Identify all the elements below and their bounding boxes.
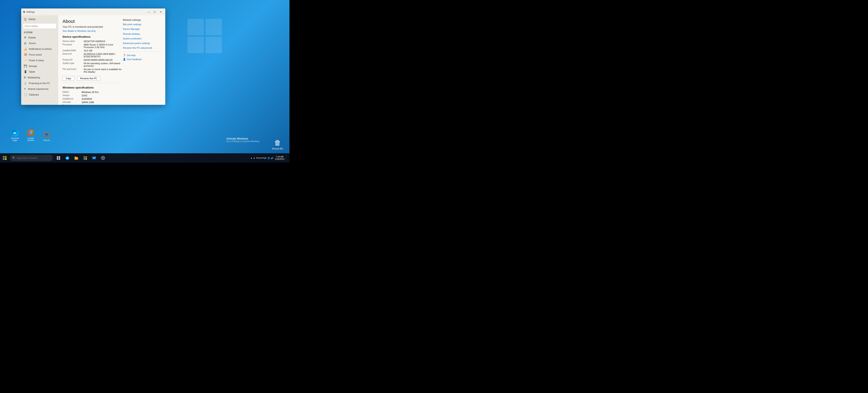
svg-rect-27 bbox=[84, 158, 85, 160]
rename-pc-advanced-link[interactable]: Rename this PC (advanced) bbox=[123, 46, 161, 50]
product-id-value: 00330-80000-00000-AA129 bbox=[84, 59, 113, 61]
tablet-icon: 📱 bbox=[24, 70, 27, 73]
svg-rect-17 bbox=[57, 156, 58, 158]
sidebar-item-display[interactable]: 🖥 Display bbox=[21, 34, 58, 40]
give-feedback-link[interactable]: 👤 Give feedback bbox=[123, 58, 161, 61]
installed-on-value: 2/10/2024 bbox=[82, 98, 92, 100]
svg-rect-18 bbox=[59, 156, 60, 158]
temp-label: Record high bbox=[256, 157, 267, 159]
chevron-up-icon[interactable]: ▲ bbox=[250, 157, 252, 159]
storage-icon: 💾 bbox=[24, 64, 27, 68]
sidebar-search-input[interactable] bbox=[23, 23, 57, 29]
installed-on-label: Installed on bbox=[63, 98, 82, 100]
taskbar-search-box[interactable]: 🔍 bbox=[10, 155, 53, 161]
taskbar-file-explorer[interactable] bbox=[72, 153, 81, 163]
svg-rect-12 bbox=[45, 133, 48, 135]
svg-rect-15 bbox=[3, 158, 4, 160]
sidebar-search-box bbox=[23, 23, 57, 29]
taskbar-search-input[interactable] bbox=[17, 157, 51, 159]
start-button[interactable] bbox=[0, 153, 9, 163]
sidebar-item-power[interactable]: ⚡ Power & sleep bbox=[21, 57, 58, 63]
about-title: About bbox=[63, 19, 122, 24]
sidebar-home[interactable]: 🏠 Home bbox=[21, 16, 58, 23]
device-manager-link[interactable]: Device Manager bbox=[123, 28, 161, 31]
taskbar-settings-app[interactable] bbox=[99, 153, 107, 163]
network-icon[interactable]: 🌐 bbox=[268, 157, 270, 159]
rename-pc-button[interactable]: Rename this PC bbox=[77, 76, 100, 81]
window-controls: — ☐ ✕ bbox=[146, 9, 164, 15]
svg-point-31 bbox=[102, 157, 104, 159]
sidebar-item-shared-experiences[interactable]: ✕ Shared experiences bbox=[21, 86, 58, 92]
sidebar-item-notifications[interactable]: 🔔 Notifications & actions bbox=[21, 46, 58, 52]
related-settings-title: Related settings bbox=[123, 19, 161, 21]
svg-rect-14 bbox=[5, 156, 6, 158]
settings-main-content: About Your PC is monitored and protected… bbox=[58, 15, 165, 105]
related-settings-panel: Related settings BitLocker settings Devi… bbox=[123, 19, 161, 62]
help-icon: ❓ bbox=[123, 54, 126, 57]
spec-row-system-type: System type 64-bit operating system, x64… bbox=[63, 62, 122, 67]
activate-windows-notice: Activate Windows Go to Settings to activ… bbox=[226, 137, 260, 142]
win-spec-row-os-build: OS build 19044.1288 bbox=[63, 101, 122, 103]
spec-row-device-name: Device name DESKTOP-K8096V5 bbox=[63, 40, 122, 42]
sidebar-item-multitasking[interactable]: ⊞ Multitasking bbox=[21, 74, 58, 80]
search-icon: 🔍 bbox=[12, 157, 16, 159]
desktop-icon-this-pc[interactable]: This PC bbox=[40, 131, 53, 141]
remote-desktop-link[interactable]: Remote desktop bbox=[123, 32, 161, 35]
spec-row-ram: Installed RAM 16.0 GB bbox=[63, 50, 122, 52]
device-name-value: DESKTOP-K8096V5 bbox=[84, 40, 105, 42]
windows-logo-watermark bbox=[186, 17, 224, 55]
taskbar-pinned-apps bbox=[54, 153, 107, 163]
svg-rect-0 bbox=[188, 19, 204, 35]
sidebar-item-tablet[interactable]: 📱 Tablet bbox=[21, 69, 58, 74]
win-spec-row-version: Version 21H2 bbox=[63, 94, 122, 97]
bitlocker-settings-link[interactable]: BitLocker settings bbox=[123, 23, 161, 26]
win-specs-title: Windows specifications bbox=[63, 86, 122, 89]
get-help-link[interactable]: ❓ Get help bbox=[123, 54, 161, 57]
sidebar-item-clipboard[interactable]: 📋 Clipboard bbox=[21, 92, 58, 97]
win-spec-row-experience: Experience Windows Feature Experience Pa… bbox=[63, 104, 122, 105]
volume-icon[interactable]: 🔊 bbox=[271, 157, 273, 159]
desktop-icons: Microsoft Edge Google Chrome bbox=[8, 129, 53, 141]
sidebar-item-projecting[interactable]: 📡 Projecting to this PC bbox=[21, 80, 58, 86]
taskbar-task-view[interactable] bbox=[54, 153, 63, 163]
taskbar: 🔍 bbox=[0, 153, 289, 163]
svg-rect-13 bbox=[3, 156, 4, 158]
spec-row-processor: Processor AMD Ryzen 5 3500X 6-Core Proce… bbox=[63, 43, 122, 48]
pen-touch-value: No pen or touch input is available for t… bbox=[84, 68, 122, 73]
settings-window: ⚙ Settings — ☐ ✕ 🏠 Home System bbox=[21, 8, 165, 105]
sidebar-item-sound[interactable]: 🔊 Sound bbox=[21, 40, 58, 46]
taskbar-edge[interactable] bbox=[63, 153, 72, 163]
clipboard-icon: 📋 bbox=[24, 93, 27, 96]
device-id-value: AC05E61A-C4ED-40F8-88AC-B7E0C0F007F3 bbox=[84, 53, 122, 58]
close-button[interactable]: ✕ bbox=[158, 9, 164, 15]
taskbar-store[interactable] bbox=[81, 153, 89, 163]
svg-rect-28 bbox=[85, 158, 87, 160]
see-details-link[interactable]: See details in Windows Security bbox=[63, 30, 96, 32]
system-protection-link[interactable]: System protection bbox=[123, 37, 161, 40]
desktop-icon-chrome[interactable]: Google Chrome bbox=[24, 129, 37, 141]
win-spec-row-edition: Edition Windows 10 Pro bbox=[63, 91, 122, 93]
sidebar-item-focus-assist[interactable]: 🎯 Focus assist bbox=[21, 52, 58, 57]
svg-rect-26 bbox=[85, 156, 87, 158]
advanced-system-settings-link[interactable]: Advanced system settings bbox=[123, 42, 161, 45]
desktop-icon-edge[interactable]: Microsoft Edge bbox=[8, 129, 21, 141]
minimize-button[interactable]: — bbox=[146, 9, 152, 15]
experience-label: Experience bbox=[63, 104, 82, 105]
maximize-button[interactable]: ☐ bbox=[152, 9, 158, 15]
notifications-icon: 🔔 bbox=[24, 47, 27, 51]
os-build-label: OS build bbox=[63, 101, 82, 103]
spec-row-pen-touch: Pen and touch No pen or touch input is a… bbox=[63, 68, 122, 73]
recycle-bin-icon[interactable]: 🗑 Recycle Bin bbox=[272, 139, 283, 150]
show-desktop-button[interactable] bbox=[286, 154, 287, 162]
taskbar-clock[interactable]: 7:44 AM 2/26/2024 bbox=[275, 156, 285, 160]
sidebar-item-storage[interactable]: 💾 Storage bbox=[21, 63, 58, 69]
system-type-value: 64-bit operating system, x64-based proce… bbox=[84, 62, 122, 67]
copy-button[interactable]: Copy bbox=[63, 76, 74, 81]
sound-icon: 🔊 bbox=[24, 41, 27, 45]
settings-sidebar: 🏠 Home System 🖥 Display 🔊 Sound 🔔 bbox=[21, 15, 58, 105]
svg-rect-10 bbox=[46, 136, 48, 136]
settings-window-title: Settings bbox=[26, 10, 146, 13]
taskbar-mail[interactable] bbox=[90, 153, 98, 163]
svg-rect-19 bbox=[57, 158, 58, 160]
svg-rect-11 bbox=[45, 136, 48, 137]
